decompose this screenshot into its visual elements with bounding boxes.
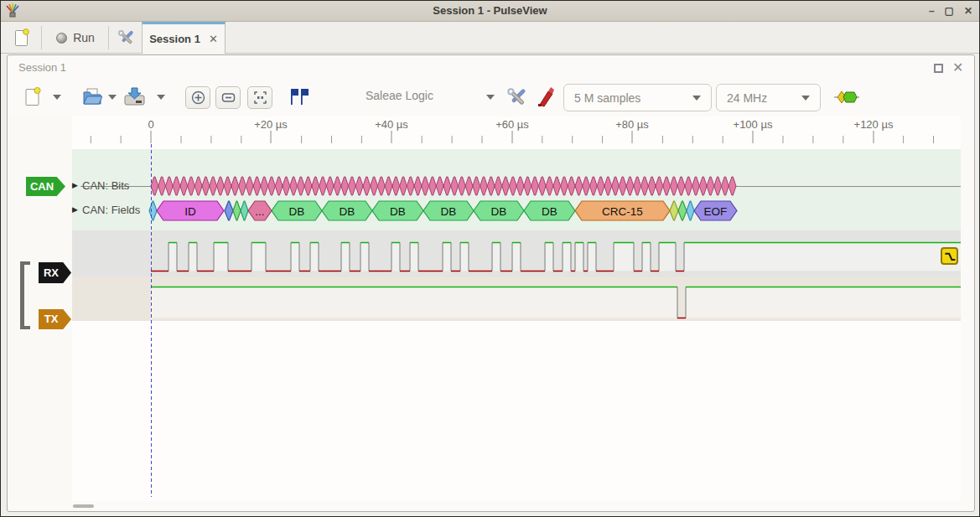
field-annotation[interactable]: DB [372,201,423,220]
field-annotation[interactable]: DB [322,201,372,220]
chevron-down-icon [53,95,61,100]
main-toolbar: Run Session 1 ✕ [1,22,979,54]
row-label-can-fields: CAN: Fields [82,204,140,216]
device-selector-caret[interactable] [486,95,495,100]
maximize-button[interactable]: ▢ [945,4,954,18]
toolbar-separator [108,26,109,49]
wrench-screwdriver-icon [506,87,526,107]
trigger-flags-button[interactable] [289,87,309,106]
trace-view[interactable]: 0+20 µs+40 µs+60 µs+80 µs+100 µs+120 µsI… [1,1,980,517]
new-file-button[interactable] [24,86,41,106]
chevron-down-icon [157,95,165,100]
field-annotation-label: DB [289,205,305,218]
sample-rate-value: 24 MHz [727,91,801,105]
chevron-down-icon [692,96,701,101]
ruler-label: +60 µs [495,118,529,131]
field-annotation[interactable]: EOF [694,201,737,220]
field-annotation-label: DB [542,205,557,218]
tab-session-1[interactable]: Session 1 ✕ [142,22,226,54]
device-selector[interactable]: Saleae Logic [366,89,500,102]
row-label-can-bits: CAN: Bits [82,179,129,192]
chevron-down-icon [486,95,495,100]
field-annotation[interactable]: DB [423,201,474,220]
session-close-icon[interactable]: ✕ [952,59,963,75]
field-annotation-label: DB [441,205,457,218]
settings-button[interactable] [113,24,138,51]
channel-group-bracket[interactable] [20,261,30,329]
new-session-icon [14,28,29,47]
add-decoder-icon [834,90,859,105]
zoom-in-button[interactable] [185,86,210,109]
device-name: Saleae Logic [366,89,433,102]
field-annotation-label: DB [340,205,355,218]
trigger-falling-edge-badge[interactable] [941,247,958,265]
tab-label: Session 1 [149,33,200,45]
run-led-icon [56,33,67,44]
toolbar-separator [41,26,42,49]
sample-count-select[interactable]: 5 M samples [563,84,712,111]
titlebar[interactable]: Session 1 - PulseView – ▢ ✕ [1,1,979,22]
field-annotation[interactable]: DB [272,201,322,220]
falling-edge-icon [943,250,957,263]
wrench-screwdriver-icon [117,29,134,46]
add-decoder-button[interactable] [834,90,859,105]
zoom-out-button[interactable] [215,86,241,109]
zoom-in-icon [191,90,205,105]
sample-count-value: 5 M samples [574,91,692,105]
close-button[interactable]: ✕ [964,4,972,18]
run-button[interactable]: Run [49,24,101,51]
probe-icon [537,87,556,107]
zoom-fit-button[interactable] [247,86,272,109]
field-annotation-label: DB [390,205,406,218]
new-file-dropdown[interactable] [53,95,61,100]
ruler-label: +100 µs [734,118,773,131]
field-annotation-label: DB [491,205,507,218]
new-session-button[interactable] [9,24,34,51]
tab-close-icon[interactable]: ✕ [209,33,218,45]
save-file-dropdown[interactable] [157,95,165,100]
field-annotation-label: CRC-15 [602,205,643,218]
open-file-dropdown[interactable] [108,95,117,100]
field-annotation-label: EOF [704,205,728,218]
field-annotation[interactable]: ID [157,201,224,220]
horizontal-scrollbar-thumb[interactable] [73,504,94,508]
device-config-button[interactable] [506,87,526,107]
window-title: Session 1 - PulseView [1,4,979,17]
ruler-label: +120 µs [854,118,894,131]
trigger-flags-icon [289,87,309,106]
chevron-down-icon [801,96,810,101]
probe-button[interactable] [537,87,556,107]
session-restore-icon[interactable] [934,64,943,73]
field-annotation[interactable]: CRC-15 [575,201,670,220]
field-annotation-label: ... [255,205,264,218]
session-title: Session 1 [18,61,66,74]
save-file-button[interactable] [123,86,146,106]
expand-arrow-icon[interactable]: ▶ [72,205,78,214]
zoom-out-icon [221,90,236,105]
field-annotation[interactable]: DB [524,201,575,220]
sample-rate-select[interactable]: 24 MHz [716,84,821,111]
ruler-label: 0 [148,118,153,131]
label-column [8,116,72,501]
ruler-label: +40 µs [375,118,408,131]
chevron-down-icon [108,95,117,100]
tx-waveform[interactable] [151,287,961,318]
minimize-button[interactable]: – [929,4,935,18]
field-annotation[interactable]: DB [474,201,524,220]
ruler-label: +20 µs [254,118,288,131]
field-annotation-label: ID [184,205,196,218]
run-label: Run [73,31,95,44]
zoom-fit-icon [253,90,267,105]
open-file-button[interactable] [82,87,102,106]
ruler-label: +80 µs [615,118,649,131]
expand-arrow-icon[interactable]: ▶ [72,181,78,189]
